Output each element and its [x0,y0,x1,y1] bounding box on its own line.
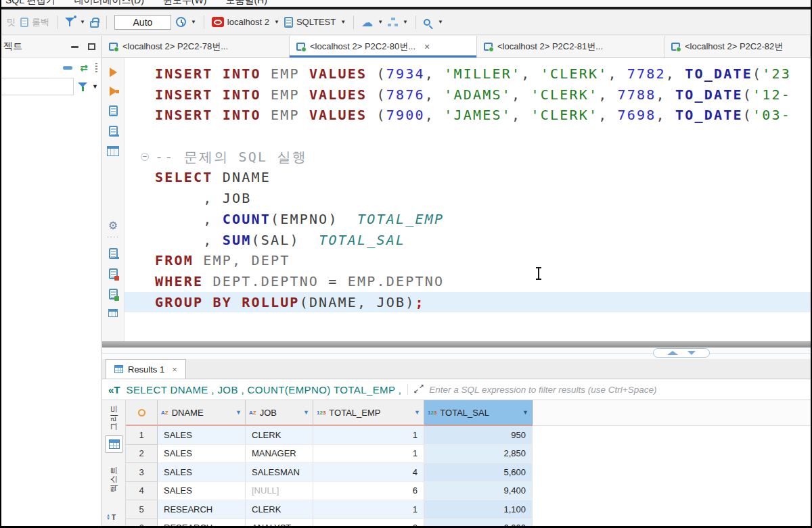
save-sql-icon[interactable] [109,268,118,279]
chevron-down-icon[interactable]: ▼ [80,19,85,25]
cell-job[interactable]: SALESMAN [246,463,313,482]
cell-total-sal[interactable]: 5,600 [424,463,533,482]
cell-dname[interactable]: RESEARCH [158,519,246,527]
cloud-button[interactable]: ☁ ▼ [361,18,383,27]
cell-total-sal[interactable]: 1,100 [424,500,533,519]
table-row[interactable]: 6RESEARCHANALYST26,000 [126,519,811,527]
view-menu-icon[interactable] [95,63,97,72]
execute-statement-icon[interactable] [110,68,117,77]
execute-new-tab-icon[interactable] [110,87,117,96]
editor-tab[interactable]: <localhost 2> P2C2-80번...× [290,36,477,57]
database-selector[interactable]: SQLTEST ▼ [284,17,346,28]
filter-funnel-icon[interactable] [78,82,88,92]
table-row[interactable]: 2SALESMANAGER12,850 [126,445,811,464]
chevron-down-icon[interactable]: ▼ [92,83,98,90]
collapse-all-icon[interactable] [63,66,72,70]
transaction-mode-button[interactable]: ▼ [65,17,85,27]
code-token: ( [367,107,386,123]
results-tab[interactable]: Results 1 × [106,359,186,379]
horizontal-scrollbar[interactable] [102,347,811,359]
cell-dname[interactable]: SALES [158,463,246,482]
sort-dropdown-icon[interactable]: ▼ [235,409,242,416]
load-sql-icon[interactable] [109,248,118,259]
cell-total-emp[interactable]: 1 [313,445,424,464]
cell-total-emp[interactable]: 1 [313,500,424,519]
chevron-down-icon[interactable]: ▼ [403,19,408,25]
sort-dropdown-icon[interactable]: ▼ [522,409,528,416]
cell-job[interactable]: CLERK [246,426,313,445]
editor-results-sash[interactable] [102,341,811,347]
cell-total-emp[interactable]: 4 [313,463,424,482]
commit-mode-combo[interactable]: Auto [114,15,171,30]
editor-tab[interactable]: <localhost 2> P2C2-78번... [102,36,290,57]
column-header-job[interactable]: AZJOB▼ [246,400,313,426]
value-panel-icon[interactable]: ▲▼T [106,514,116,521]
column-header-total_emp[interactable]: 123TOTAL_EMP▼ [313,400,424,426]
cell-dname[interactable]: SALES [158,445,246,464]
table-row[interactable]: 5RESEARCHCLERK11,100 [126,500,811,519]
chevron-down-icon[interactable]: ▼ [191,19,196,25]
code-area[interactable]: INSERT INTO EMP VALUES (7934, 'MILLER', … [125,58,811,341]
script-panel-icon[interactable] [107,146,119,156]
connection-selector[interactable]: localhost 2 ▼ [212,17,279,27]
network-button[interactable]: ▼ [388,18,408,26]
close-icon[interactable]: × [172,364,177,375]
verify-sql-icon[interactable] [109,289,118,299]
table-row[interactable]: 1SALESCLERK1950 [126,426,811,445]
menu-item[interactable]: 도움말(H) [225,0,267,7]
scrollbar-thumb[interactable] [653,348,710,358]
search-button[interactable]: ▼ [424,19,443,26]
editor-tab[interactable]: <localhost 2> P2C2-81번... [477,36,664,57]
cell-total-emp[interactable]: 6 [313,482,424,501]
fold-collapse-icon[interactable]: − [141,153,149,161]
chevron-down-icon[interactable]: ▼ [340,19,346,25]
editor-tab[interactable]: <localhost 2> P2C2-82번 [664,36,811,57]
expand-filter-icon[interactable]: ↗↙ [414,385,423,394]
execute-script-2-icon[interactable] [109,126,118,137]
cell-total-sal[interactable]: 2,850 [424,445,533,464]
column-header-dname[interactable]: AZDNAME▼ [158,400,246,426]
chevron-down-icon[interactable]: ▼ [438,19,443,25]
sort-dropdown-icon[interactable]: ▼ [414,409,420,416]
chevron-down-icon[interactable]: ▼ [274,19,279,25]
cell-job[interactable]: ANALYST [246,519,313,527]
menu-item[interactable]: 데이터베이스(D) [74,0,143,7]
cell-total-emp[interactable]: 1 [313,426,424,445]
link-editor-icon[interactable]: ⇄ [80,62,88,73]
templates-icon[interactable] [108,309,118,317]
column-header-total_sal[interactable]: 123TOTAL_SAL▼ [424,400,533,426]
cell-job[interactable]: CLERK [246,500,313,519]
sort-dropdown-icon[interactable]: ▼ [303,409,309,416]
transaction-log-button[interactable]: ▼ [176,17,196,27]
row-filler [533,482,811,501]
results-filter-bar[interactable]: «T SELECT DNAME , JOB , COUNT(EMPNO) TOT… [102,379,811,400]
sql-editor-icon [484,43,493,51]
explain-plan-gear-icon[interactable]: ⚙ [108,221,118,231]
cell-total-emp[interactable]: 2 [313,519,424,527]
table-row[interactable]: 4SALES[NULL]69,400 [126,482,811,501]
tab-close-icon[interactable]: × [424,41,430,52]
execute-script-icon[interactable] [109,105,118,116]
cell-dname[interactable]: SALES [158,482,246,501]
lock-icon[interactable] [90,21,99,28]
maximize-icon[interactable] [88,43,95,50]
grid-tab-icon-box[interactable] [105,435,123,453]
rollback-button[interactable]: 롤백 [20,16,49,28]
row-number-header[interactable] [126,400,158,426]
cell-dname[interactable]: SALES [158,426,246,445]
tab-grid[interactable]: 그리드 [102,400,126,434]
cell-total-sal[interactable]: 9,400 [424,482,533,501]
chevron-down-icon[interactable]: ▼ [378,19,383,25]
cell-dname[interactable]: RESEARCH [158,500,246,519]
cell-total-sal[interactable]: 6,000 [424,519,533,527]
cell-job[interactable]: MANAGER [246,445,313,464]
table-row[interactable]: 3SALESSALESMAN45,600 [126,463,811,482]
minimize-icon[interactable] [71,46,78,48]
cell-job[interactable]: [NULL] [246,482,313,501]
cell-total-sal[interactable]: 950 [424,426,533,445]
project-filter-input[interactable] [1,78,74,95]
commit-button[interactable]: 밋 [7,16,16,28]
tab-text[interactable]: 텍스트 [102,458,126,499]
menu-item[interactable]: SQL 편집기 [5,0,55,7]
menu-item[interactable]: 윈도우(W) [163,0,207,7]
